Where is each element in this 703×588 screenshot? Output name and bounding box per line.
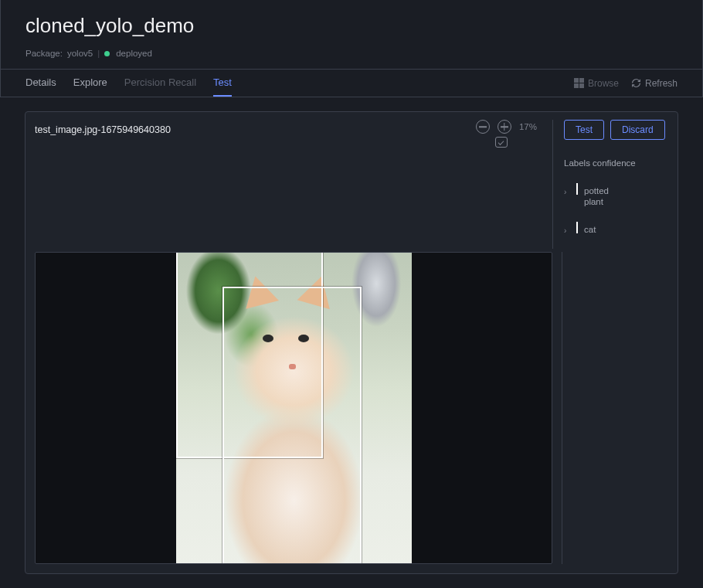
test-button[interactable]: Test	[564, 120, 604, 140]
tab-test[interactable]: Test	[213, 70, 232, 97]
refresh-button[interactable]: Refresh	[631, 78, 678, 89]
package-name: yolov5	[67, 49, 93, 58]
status-text: deployed	[116, 49, 152, 58]
fit-to-screen-button[interactable]	[495, 137, 508, 148]
browse-label: Browse	[588, 78, 619, 89]
status-dot-icon	[104, 51, 110, 56]
tab-precision-recall[interactable]: Percision Recall	[124, 70, 196, 97]
grid-icon	[574, 78, 584, 88]
separator: |	[97, 49, 100, 58]
page-title: cloned_yolo_demo	[25, 14, 678, 38]
package-label: Package:	[25, 49, 63, 58]
chevron-right-icon[interactable]: ›	[564, 222, 570, 235]
image-stage	[176, 252, 412, 564]
refresh-icon	[631, 78, 641, 88]
tab-bar: Details Explore Percision Recall Test Br…	[0, 70, 703, 97]
label-name: potted plant	[584, 183, 630, 208]
zoom-in-button[interactable]	[498, 120, 511, 134]
header: cloned_yolo_demo Package: yolov5 | deplo…	[0, 0, 703, 70]
image-viewer[interactable]	[35, 252, 552, 564]
label-item-cat: › cat	[564, 222, 668, 236]
test-panel: test_image.jpg-1675949640380 17% Test Di…	[25, 111, 678, 574]
discard-button[interactable]: Discard	[610, 120, 665, 140]
browse-button[interactable]: Browse	[574, 78, 619, 89]
chevron-right-icon[interactable]: ›	[564, 183, 570, 196]
bounding-box-cat[interactable]	[222, 287, 362, 564]
label-name: cat	[584, 222, 596, 236]
zoom-percentage: 17%	[519, 122, 537, 131]
tab-explore[interactable]: Explore	[73, 70, 107, 97]
tab-details[interactable]: Details	[25, 70, 56, 97]
labels-heading: Labels confidence	[564, 158, 668, 168]
refresh-label: Refresh	[645, 78, 678, 89]
image-filename: test_image.jpg-1675949640380	[35, 120, 171, 135]
zoom-out-button[interactable]	[476, 120, 490, 134]
label-item-potted-plant: › potted plant	[564, 183, 668, 208]
package-line: Package: yolov5 | deployed	[25, 49, 678, 58]
confidence-bar-icon	[576, 183, 578, 195]
confidence-bar-icon	[576, 222, 578, 233]
